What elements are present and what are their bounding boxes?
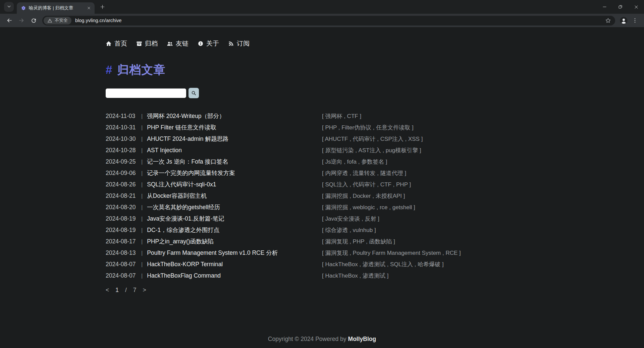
archive-row: 2024-09-06|记录一个完美的内网流量转发方案[ 内网穿透 , 流量转发 … xyxy=(106,167,644,179)
post-tags[interactable]: [ Js逆向 , fofa , 参数签名 ] xyxy=(322,158,387,166)
browser-menu-button[interactable] xyxy=(629,15,641,26)
profile-avatar-button[interactable] xyxy=(618,15,629,26)
tab-close-button[interactable] xyxy=(86,5,92,11)
users-icon xyxy=(167,41,173,47)
post-date: 2024-08-19 xyxy=(106,227,138,234)
reload-button[interactable] xyxy=(28,15,39,26)
post-title-link[interactable]: PHP Filter 链任意文件读取 xyxy=(147,123,216,131)
forward-button[interactable] xyxy=(16,15,27,26)
post-tags[interactable]: [ PHP , Filter伪协议 , 任意文件读取 ] xyxy=(322,124,414,131)
blog-engine-link[interactable]: MollyBlog xyxy=(348,336,376,342)
rss-icon xyxy=(228,41,234,47)
security-badge[interactable]: 不安全 xyxy=(44,17,71,24)
post-tags[interactable]: [ HackTheBox , 渗透测试 ] xyxy=(322,272,388,280)
date-title-separator: | xyxy=(141,147,143,154)
post-title-link[interactable]: HackTheBox-KORP Terminal xyxy=(147,261,223,268)
page-title: #归档文章 xyxy=(106,62,644,78)
restore-button[interactable] xyxy=(612,0,628,14)
post-tags[interactable]: [ Java安全漫谈 , 反射 ] xyxy=(322,215,379,223)
post-title-link[interactable]: 从Docker容器到宿主机 xyxy=(147,192,207,200)
security-label: 不安全 xyxy=(55,17,68,23)
date-title-separator: | xyxy=(141,159,143,165)
archive-row: 2024-08-19|DC-1，综合渗透之外围打点[ 综合渗透 , vulnhu… xyxy=(106,224,644,236)
nav-item-label: 关于 xyxy=(206,39,219,48)
post-title-link[interactable]: Poultry Farm Management System v1.0 RCE … xyxy=(147,249,278,257)
favicon-flower-icon xyxy=(21,5,26,11)
next-page-button[interactable]: > xyxy=(143,287,146,294)
date-title-separator: | xyxy=(141,113,143,119)
date-title-separator: | xyxy=(141,170,143,176)
archive-row: 2024-09-25|记一次 Js 逆向：Fofa 接口签名[ Js逆向 , f… xyxy=(106,156,644,167)
search-button[interactable] xyxy=(189,88,199,98)
post-tags[interactable]: [ 内网穿透 , 流量转发 , 隧道代理 ] xyxy=(322,169,406,177)
archive-icon xyxy=(136,41,142,47)
menu-dots-icon xyxy=(632,17,638,23)
post-tags[interactable]: [ 原型链污染 , AST注入 , pug模板引擎 ] xyxy=(322,147,421,154)
post-tags[interactable]: [ 综合渗透 , vulnhub ] xyxy=(322,226,376,234)
info-icon xyxy=(198,41,204,47)
post-title-link[interactable]: Java安全漫谈-01.反射篇-笔记 xyxy=(147,215,224,223)
minimize-button[interactable] xyxy=(597,0,612,14)
nav-item-label: 首页 xyxy=(114,39,127,48)
title-hash: # xyxy=(106,63,112,76)
post-title-link[interactable]: 记录一个完美的内网流量转发方案 xyxy=(147,169,235,177)
post-title-link[interactable]: SQL注入代码审计-sqli-0x1 xyxy=(147,180,216,188)
post-date: 2024-08-17 xyxy=(106,238,138,245)
bookmark-star-button[interactable] xyxy=(604,16,612,25)
close-window-button[interactable] xyxy=(628,0,644,14)
post-date: 2024-10-31 xyxy=(106,124,138,131)
nav-item-home[interactable]: 首页 xyxy=(106,39,127,48)
search-icon xyxy=(191,90,197,96)
tab-search-button[interactable] xyxy=(4,2,14,12)
post-tags[interactable]: [ 漏洞复现 , Poultry Farm Management System … xyxy=(322,249,461,257)
post-title-link[interactable]: DC-1，综合渗透之外围打点 xyxy=(147,226,219,234)
post-tags[interactable]: [ 漏洞复现 , PHP , 函数缺陷 ] xyxy=(322,238,395,245)
post-date: 2024-09-06 xyxy=(106,170,138,177)
search-bar xyxy=(106,88,644,98)
search-input[interactable] xyxy=(106,89,186,98)
chevron-down-icon xyxy=(7,4,11,10)
post-tags[interactable]: [ SQL注入 , 代码审计 , CTF , PHP ] xyxy=(322,181,411,188)
main-nav: 首页归档友链关于订阅 xyxy=(106,39,644,48)
copyright-text: Copyright © 2024 Powered by xyxy=(268,336,346,342)
post-tags[interactable]: [ AHUCTF , 代码审计 , CSP注入 , XSS ] xyxy=(322,135,423,143)
nav-item-about[interactable]: 关于 xyxy=(198,39,219,48)
forward-icon xyxy=(18,17,25,24)
post-title-link[interactable]: 强网杯 2024-Writeup（部分） xyxy=(147,112,225,120)
post-title-link[interactable]: HackTheBoxFlag Command xyxy=(147,272,221,279)
back-button[interactable] xyxy=(4,15,15,26)
post-title-link[interactable]: AST Injection xyxy=(147,147,182,154)
post-date: 2024-09-25 xyxy=(106,158,138,165)
nav-item-friends[interactable]: 友链 xyxy=(167,39,189,48)
home-icon xyxy=(106,41,112,47)
post-tags[interactable]: [ 漏洞挖掘 , weblogic , rce , getshell ] xyxy=(322,204,415,211)
post-tags[interactable]: [ 漏洞挖掘 , Docker , 未授权API ] xyxy=(322,192,405,200)
date-title-separator: | xyxy=(141,193,143,199)
tab-title: 喻灵的博客 | 归档文章 xyxy=(29,5,83,11)
archive-row: 2024-10-31|PHP Filter 链任意文件读取[ PHP , Fil… xyxy=(106,122,644,133)
post-tags[interactable]: [ HackTheBox , 渗透测试 , SQL注入 , 哈希爆破 ] xyxy=(322,260,444,268)
post-date: 2024-08-26 xyxy=(106,181,138,188)
warning-icon xyxy=(47,18,52,23)
post-title-link[interactable]: PHP之in_array()函数缺陷 xyxy=(147,237,213,245)
browser-tab[interactable]: 喻灵的博客 | 归档文章 xyxy=(17,2,95,14)
address-bar[interactable]: 不安全 blog.yvling.cn/archive xyxy=(42,16,615,25)
post-date: 2024-10-28 xyxy=(106,147,138,154)
post-title-link[interactable]: 记一次 Js 逆向：Fofa 接口签名 xyxy=(147,158,228,166)
post-date: 2024-10-30 xyxy=(106,135,138,142)
post-title-link[interactable]: AHUCTF 2024-admin 解题思路 xyxy=(147,135,228,143)
archive-row: 2024-10-30|AHUCTF 2024-admin 解题思路[ AHUCT… xyxy=(106,133,644,144)
nav-item-archive[interactable]: 归档 xyxy=(136,39,158,48)
star-icon xyxy=(605,17,611,23)
date-title-separator: | xyxy=(141,136,143,142)
prev-page-button[interactable]: < xyxy=(106,287,109,294)
post-tags[interactable]: [ 强网杯 , CTF ] xyxy=(322,112,361,120)
post-title-link[interactable]: 一次莫名其妙的getshell经历 xyxy=(147,203,220,211)
date-title-separator: | xyxy=(141,204,143,211)
nav-item-subscribe[interactable]: 订阅 xyxy=(228,39,250,48)
new-tab-button[interactable] xyxy=(98,2,107,12)
date-title-separator: | xyxy=(141,124,143,131)
archive-row: 2024-08-21|从Docker容器到宿主机[ 漏洞挖掘 , Docker … xyxy=(106,190,644,201)
browser-window: 喻灵的博客 | 归档文章 不安全 blog.yvling.cn/archive xyxy=(0,0,644,348)
url-text[interactable]: blog.yvling.cn/archive xyxy=(75,18,604,23)
